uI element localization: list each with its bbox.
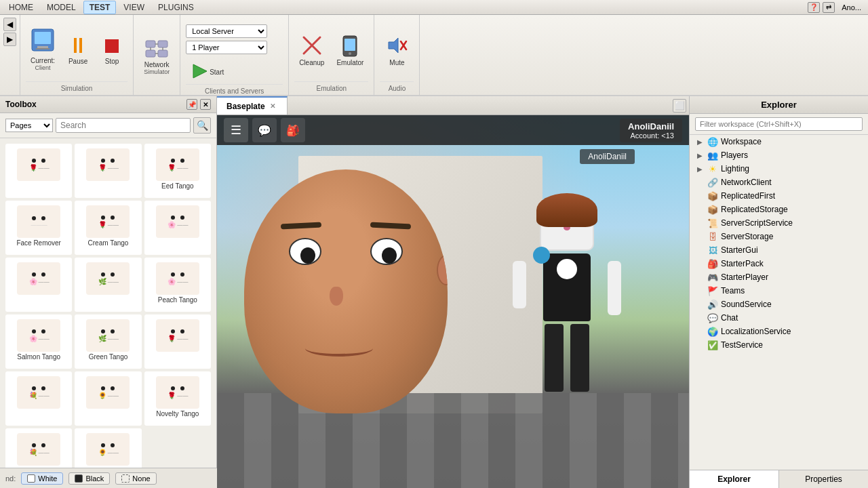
- tree-teams[interactable]: ▶ 🚩 Teams: [690, 284, 868, 298]
- viewport-expand-btn[interactable]: ⬜: [673, 99, 686, 113]
- tree-starterplayer[interactable]: ▶ 🎮 StarterPlayer: [690, 270, 868, 284]
- menu-plugins[interactable]: PLUGINS: [152, 1, 200, 14]
- bg-black-option[interactable]: Black: [68, 472, 110, 485]
- pause-icon: ⏸: [67, 35, 89, 56]
- stop-btn[interactable]: ⏹ Stop: [96, 31, 127, 68]
- back-btn[interactable]: ◀: [3, 18, 16, 31]
- toolbox-item-green[interactable]: 🌿— — Green Tango: [75, 314, 141, 369]
- explorer-tab-properties[interactable]: Properties: [779, 470, 868, 488]
- toolbox-item-cream[interactable]: 🌹— — Cream Tango: [75, 201, 141, 255]
- explorer-filter-input[interactable]: [695, 117, 863, 131]
- tree-localizationservice[interactable]: ▶ 🌍 LocalizationService: [690, 325, 868, 338]
- audio-section: Mute Audio: [374, 15, 420, 95]
- face-icon-5: 🌸— —: [17, 262, 60, 295]
- roblox-chat-btn[interactable]: 💬: [252, 118, 277, 142]
- workspace-expand[interactable]: ▶: [695, 137, 705, 146]
- tree-chat[interactable]: ▶ 💬 Chat: [690, 311, 868, 325]
- bg-none-option[interactable]: None: [115, 472, 156, 485]
- face-icon-9: 🌻— —: [86, 376, 130, 409]
- tree-serverstorage[interactable]: ▶ 🗄 ServerStorage: [690, 230, 868, 243]
- svg-rect-6: [146, 50, 155, 57]
- tree-replicatedfirst[interactable]: ▶ 📦 ReplicatedFirst: [690, 189, 868, 203]
- toolbox-item-9[interactable]: 🌻— —: [75, 371, 141, 426]
- tree-workspace[interactable]: ▶ 🌐 Workspace: [690, 135, 868, 148]
- forward-btn[interactable]: ▶: [3, 33, 16, 46]
- tree-lighting[interactable]: ▶ ☀ Lighting: [690, 162, 868, 176]
- emulator-btn[interactable]: Emulator: [332, 30, 368, 70]
- toolbox-item-3[interactable]: 🌹— — Eed Tango: [144, 144, 211, 198]
- user-name: Ano...: [837, 3, 865, 12]
- clients-servers-title: Clients and Servers: [186, 84, 283, 95]
- serverscriptservice-label: ServerScriptService: [721, 218, 793, 228]
- starterpack-label: StarterPack: [721, 259, 764, 268]
- toolbox-item-7[interactable]: 🌹— —: [144, 314, 211, 369]
- workspace-label: Workspace: [721, 137, 762, 146]
- face-icon-salmon: 🌸— —: [17, 319, 60, 352]
- toolbox-item-6[interactable]: 🌿— —: [75, 258, 141, 312]
- player-count-select[interactable]: 1 Player: [186, 41, 267, 54]
- menu-view[interactable]: VIEW: [117, 1, 151, 14]
- toolbox-item-5[interactable]: 🌸— —: [5, 258, 72, 312]
- item-label-peach: Peach Tango: [158, 296, 197, 304]
- share-btn[interactable]: ⇄: [823, 2, 835, 13]
- explorer-tab-explorer[interactable]: Explorer: [690, 470, 779, 488]
- serverscriptservice-icon: 📜: [707, 218, 718, 228]
- toolbox-item-8[interactable]: 💐— —: [5, 371, 72, 426]
- pause-btn[interactable]: ⏸ Pause: [62, 31, 94, 68]
- menu-model[interactable]: MODEL: [41, 1, 82, 14]
- tree-soundservice[interactable]: ▶ 🔊 SoundService: [690, 298, 868, 311]
- help-btn[interactable]: ❓: [808, 2, 820, 13]
- tree-networkclient[interactable]: ▶ 🔗 NetworkClient: [690, 176, 868, 189]
- simulation-section: Current: Client ⏸ Pause ⏹ Stop Simulatio…: [20, 15, 134, 95]
- tree-players[interactable]: ▶ 👥 Players: [690, 148, 868, 162]
- toolbox-pin-btn[interactable]: 📌: [186, 99, 197, 110]
- roblox-menu-btn[interactable]: ☰: [224, 118, 248, 142]
- cleanup-label: Cleanup: [299, 59, 324, 66]
- tree-starterpack[interactable]: ▶ 🎒 StarterPack: [690, 257, 868, 270]
- face-icon-4: 🌸— —: [156, 205, 199, 238]
- tree-testservice[interactable]: ▶ ✅ TestService: [690, 338, 868, 352]
- toolbox-item-face-remover[interactable]: — — — Face Remover: [5, 201, 72, 255]
- toolbox-item-2[interactable]: 🌹— —: [75, 144, 141, 198]
- emulator-label: Emulator: [336, 59, 363, 66]
- menu-home[interactable]: HOME: [3, 1, 39, 14]
- toolbox-item-1[interactable]: 🌹— —: [5, 144, 72, 198]
- mute-btn[interactable]: Mute: [380, 30, 414, 70]
- toolbox-search-button[interactable]: 🔍: [193, 117, 211, 134]
- tree-startergui[interactable]: ▶ 🖼 StarterGui: [690, 243, 868, 257]
- start-btn[interactable]: Start: [186, 58, 229, 84]
- lighting-expand[interactable]: ▶: [695, 164, 705, 174]
- menu-bar: HOME MODEL TEST VIEW PLUGINS ❓ ⇄ Ano...: [0, 0, 868, 15]
- roblox-user-info: AnoliDaniil Account: <13: [620, 119, 682, 142]
- cleanup-icon: [300, 33, 324, 58]
- replicatedstorage-icon: 📦: [707, 204, 718, 215]
- cleanup-btn[interactable]: Cleanup: [294, 30, 329, 70]
- toolbox-item-novelty[interactable]: 🌹— — Novelty Tango: [144, 371, 211, 426]
- face-icon-7: 🌹— —: [156, 319, 199, 352]
- roblox-username: AnoliDaniil: [628, 121, 674, 131]
- players-expand[interactable]: ▶: [695, 150, 705, 160]
- toolbox-search-input[interactable]: [56, 118, 191, 133]
- game-viewport[interactable]: ☰ 💬 🎒 AnoliDaniil Account: <13 AnoliDani…: [217, 115, 689, 488]
- workspace-icon: 🌐: [707, 136, 718, 147]
- mute-label: Mute: [389, 59, 404, 66]
- toolbox-close-btn[interactable]: ✕: [200, 99, 211, 110]
- current-client-label: Current:: [31, 57, 55, 64]
- toolbox-filter-select[interactable]: Pages: [5, 119, 53, 132]
- toolbox-item-4[interactable]: 🌸— —: [144, 201, 211, 255]
- baseplate-tab[interactable]: Baseplate ✕: [217, 96, 288, 115]
- baseplate-tab-close[interactable]: ✕: [268, 102, 277, 110]
- roblox-backpack-btn[interactable]: 🎒: [281, 118, 305, 142]
- tree-replicatedstorage[interactable]: ▶ 📦 ReplicatedStorage: [690, 203, 868, 216]
- menu-test[interactable]: TEST: [83, 1, 117, 14]
- network-sim-btn[interactable]: Network Simulator: [139, 32, 174, 79]
- mr-bean-right-eye: [370, 238, 403, 265]
- tree-serverscriptservice[interactable]: ▶ 📜 ServerScriptService: [690, 216, 868, 230]
- current-client-btn[interactable]: Current: Client: [26, 24, 60, 75]
- svg-rect-16: [344, 39, 355, 51]
- toolbox-item-peach[interactable]: 🌸— — Peach Tango: [144, 258, 211, 312]
- server-type-select[interactable]: Local Server: [186, 24, 267, 38]
- ribbon: ◀ ▶ Current: Client ⏸ Pause: [0, 15, 868, 96]
- bg-white-option[interactable]: White: [21, 472, 63, 485]
- toolbox-item-salmon[interactable]: 🌸— — Salmon Tango: [5, 314, 72, 369]
